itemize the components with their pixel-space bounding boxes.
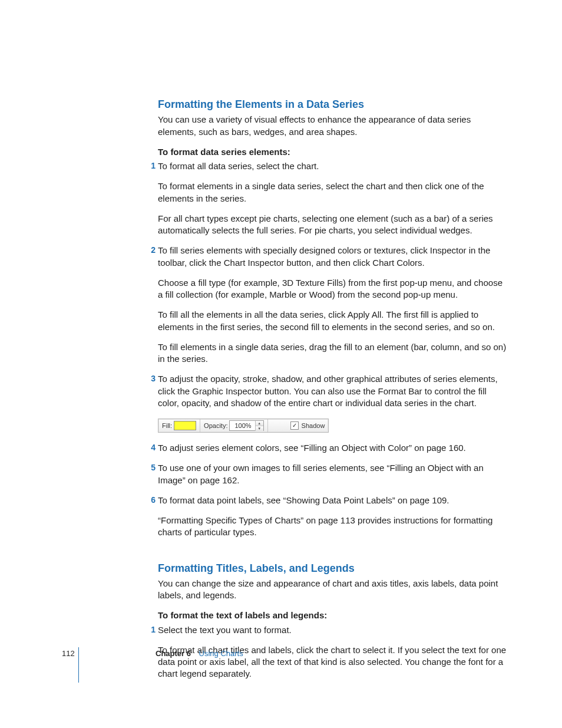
step-text: To format data point labels, see “Showin… (158, 495, 507, 506)
step-text: To fill series elements with specially d… (158, 245, 507, 269)
step-number: 1 (147, 624, 156, 635)
format-bar: Fill: Opacity: 100% ▲ ▼ ✓ Shadow (158, 419, 329, 433)
stepper-up-icon[interactable]: ▲ (256, 421, 263, 426)
shadow-cell: ✓ Shadow (287, 419, 329, 432)
step-text: To fill elements in a single data series… (158, 341, 507, 365)
step-number: 6 (147, 495, 156, 506)
procedure-subhead: To format the text of labels and legends… (158, 610, 507, 621)
step-number: 1 (147, 160, 156, 172)
check-icon: ✓ (292, 421, 297, 430)
step-text: Select the text you want to format. (158, 624, 507, 636)
step-text: To use one of your own images to fill se… (158, 462, 507, 486)
fill-cell: Fill: (158, 419, 200, 432)
page-content: Formatting the Elements in a Data Series… (158, 97, 507, 689)
step-number: 2 (147, 245, 156, 256)
step-item: 5 To use one of your own images to fill … (158, 462, 507, 486)
step-text: To format elements in a single data seri… (158, 180, 507, 205)
page-number: 112 (62, 648, 78, 659)
footer-rule (78, 647, 79, 683)
step-text: For all chart types except pie charts, s… (158, 213, 507, 237)
step-text: To fill all the elements in all the data… (158, 309, 507, 333)
section-intro: You can use a variety of visual effects … (158, 114, 507, 138)
chapter-line: Chapter 6 Using Charts (156, 648, 243, 659)
opacity-label: Opacity: (204, 421, 227, 430)
step-item: 1 To format all data series, select the … (158, 160, 507, 236)
step-item: 3 To adjust the opacity, stroke, shadow,… (158, 373, 507, 409)
step-number: 3 (147, 373, 156, 384)
step-text: To adjust the opacity, stroke, shadow, a… (158, 373, 507, 409)
step-item: 2 To fill series elements with specially… (158, 245, 507, 365)
opacity-value: 100% (230, 421, 254, 430)
section-intro: You can change the size and appearance o… (158, 578, 507, 602)
section-heading: Formatting Titles, Labels, and Legends (158, 561, 507, 575)
procedure-subhead: To format data series elements: (158, 146, 507, 158)
opacity-stepper[interactable]: ▲ ▼ (255, 421, 263, 431)
shadow-checkbox[interactable]: ✓ (290, 421, 299, 430)
step-text: To adjust series element colors, see “Fi… (158, 442, 507, 454)
step-number: 5 (147, 462, 156, 473)
section-heading: Formatting the Elements in a Data Series (158, 97, 507, 111)
step-text: “Formatting Specific Types of Charts” on… (158, 515, 507, 539)
fill-color-swatch[interactable] (174, 421, 196, 430)
step-item: 4 To adjust series element colors, see “… (158, 442, 507, 454)
step-text: To format all data series, select the ch… (158, 160, 507, 172)
page-footer: 112 Chapter 6 Using Charts (62, 648, 510, 683)
step-text: Choose a fill type (for example, 3D Text… (158, 277, 507, 301)
step-item: 6 To format data point labels, see “Show… (158, 495, 507, 539)
fill-label: Fill: (162, 421, 172, 430)
opacity-field[interactable]: 100% ▲ ▼ (229, 420, 263, 431)
spacer (268, 419, 287, 432)
chapter-title: Using Charts (199, 649, 243, 658)
stepper-down-icon[interactable]: ▼ (256, 426, 263, 431)
step-number: 4 (147, 442, 156, 453)
shadow-label: Shadow (302, 421, 325, 430)
chapter-label: Chapter 6 (156, 649, 191, 658)
opacity-cell: Opacity: 100% ▲ ▼ (200, 419, 268, 432)
